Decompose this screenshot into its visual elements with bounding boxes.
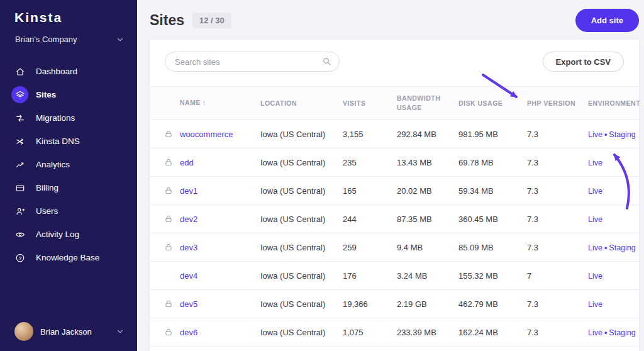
table-row[interactable]: dev1 Iowa (US Central) 165 20.02 MB 59.3… xyxy=(150,177,639,205)
sites-count-badge: 12 / 30 xyxy=(192,13,231,28)
env-live-link[interactable]: Live xyxy=(588,243,602,252)
env-live-link[interactable]: Live xyxy=(588,300,602,309)
page-title: Sites xyxy=(150,12,184,29)
env-staging-link[interactable]: Staging xyxy=(609,130,635,139)
table-row[interactable]: dev3 Iowa (US Central) 259 9.4 MB 85.09 … xyxy=(150,233,639,262)
table-row[interactable]: dev2 Iowa (US Central) 244 87.35 MB 360.… xyxy=(150,205,639,233)
table-row[interactable]: edd Iowa (US Central) 235 13.43 MB 69.78… xyxy=(150,148,639,177)
sidebar-item-knowledge-base[interactable]: ? Knowledge Base xyxy=(0,246,137,269)
php-version-cell: 7.3 xyxy=(527,299,588,309)
env-live-link[interactable]: Live xyxy=(588,187,602,196)
location-cell: Iowa (US Central) xyxy=(260,271,343,281)
sites-toolbar: Export to CSV xyxy=(150,40,639,86)
env-separator: • xyxy=(604,243,607,252)
visits-cell: 165 xyxy=(343,186,397,196)
table-row[interactable]: dev4 Iowa (US Central) 176 3.24 MB 155.3… xyxy=(150,262,639,290)
sidebar-item-label: Billing xyxy=(36,183,58,192)
col-php-version: PHP VERSION xyxy=(527,99,588,108)
visits-cell: 259 xyxy=(343,243,397,252)
env-live-link[interactable]: Live xyxy=(588,159,602,167)
disk-cell: 360.45 MB xyxy=(458,214,527,224)
dashboard-icon xyxy=(15,67,25,77)
sidebar-item-label: Knowledge Base xyxy=(36,253,99,262)
bandwidth-cell: 3.24 MB xyxy=(397,271,458,281)
disk-cell: 155.32 MB xyxy=(458,271,527,281)
site-name-link[interactable]: dev3 xyxy=(180,243,197,252)
sidebar-nav: Dashboard Sites Migrations Kinsta DNS An… xyxy=(0,60,137,269)
col-name[interactable]: NAME↑ xyxy=(180,98,260,108)
bandwidth-cell: 9.4 MB xyxy=(397,243,458,252)
sidebar-item-users[interactable]: Users xyxy=(0,199,137,223)
disk-cell: 981.95 MB xyxy=(458,130,527,139)
table-row[interactable]: woocommerce Iowa (US Central) 3,155 292.… xyxy=(150,120,639,148)
page-header: Sites 12 / 30 Add site xyxy=(137,0,644,35)
sidebar-item-label: Users xyxy=(36,206,58,216)
export-csv-button[interactable]: Export to CSV xyxy=(543,52,624,72)
bandwidth-cell: 292.84 MB xyxy=(397,130,458,139)
php-version-cell: 7.3 xyxy=(527,328,588,337)
sidebar-item-label: Dashboard xyxy=(36,67,77,76)
user-menu[interactable]: Brian Jackson xyxy=(0,313,137,351)
visits-cell: 3,155 xyxy=(343,130,397,139)
php-version-cell: 7.3 xyxy=(527,186,588,196)
sidebar-item-activity-log[interactable]: Activity Log xyxy=(0,223,137,246)
sidebar-item-billing[interactable]: Billing xyxy=(0,176,137,199)
sidebar-item-migrations[interactable]: Migrations xyxy=(0,106,137,130)
kinsta-logo: Kinsta xyxy=(0,0,137,25)
chevron-down-icon xyxy=(116,327,125,336)
bandwidth-cell: 87.35 MB xyxy=(397,214,458,224)
analytics-icon xyxy=(15,160,25,170)
sites-icon xyxy=(15,90,25,100)
table-row[interactable]: dev5 Iowa (US Central) 19,366 2.19 GB 46… xyxy=(150,290,639,318)
avatar xyxy=(14,322,33,341)
disk-cell: 162.24 MB xyxy=(458,328,527,337)
sidebar-item-dashboard[interactable]: Dashboard xyxy=(0,60,137,83)
lock-icon xyxy=(164,328,173,337)
php-version-cell: 7.3 xyxy=(527,130,588,139)
search-input[interactable] xyxy=(165,52,340,72)
add-site-button[interactable]: Add site xyxy=(575,9,639,32)
location-cell: Iowa (US Central) xyxy=(260,299,343,309)
site-name-link[interactable]: edd xyxy=(180,158,194,167)
env-live-link[interactable]: Live xyxy=(588,272,602,281)
sidebar-item-analytics[interactable]: Analytics xyxy=(0,153,137,176)
site-name-link[interactable]: dev4 xyxy=(180,271,197,281)
location-cell: Iowa (US Central) xyxy=(260,214,343,224)
sidebar-item-kinsta-dns[interactable]: Kinsta DNS xyxy=(0,130,137,153)
app: Kinsta Brian's Company Dashboard Sites M… xyxy=(0,0,644,351)
lock-icon xyxy=(164,243,173,252)
migrations-icon xyxy=(15,113,25,123)
visits-cell: 244 xyxy=(343,214,397,224)
user-name: Brian Jackson xyxy=(40,327,92,337)
site-name-link[interactable]: dev6 xyxy=(180,328,197,337)
disk-cell: 69.78 MB xyxy=(458,158,527,167)
php-version-cell: 7.3 xyxy=(527,158,588,167)
sidebar: Kinsta Brian's Company Dashboard Sites M… xyxy=(0,0,137,351)
visits-cell: 176 xyxy=(343,271,397,281)
bandwidth-cell: 233.39 MB xyxy=(397,328,458,337)
site-name-link[interactable]: dev1 xyxy=(180,186,197,196)
company-selector[interactable]: Brian's Company xyxy=(0,25,137,44)
col-disk: DISK USAGE xyxy=(458,99,527,108)
lock-icon xyxy=(164,130,173,138)
table-row[interactable]: dev6 Iowa (US Central) 1,075 233.39 MB 1… xyxy=(150,318,639,347)
sidebar-item-sites[interactable]: Sites xyxy=(0,83,137,106)
location-cell: Iowa (US Central) xyxy=(260,328,343,337)
site-name-link[interactable]: woocommerce xyxy=(180,130,233,139)
company-name: Brian's Company xyxy=(15,35,77,44)
site-name-link[interactable]: dev2 xyxy=(180,214,197,224)
sort-asc-icon: ↑ xyxy=(203,99,206,106)
site-name-link[interactable]: dev5 xyxy=(180,299,197,309)
env-staging-link[interactable]: Staging xyxy=(609,243,635,252)
env-live-link[interactable]: Live xyxy=(588,130,602,139)
env-live-link[interactable]: Live xyxy=(588,215,602,224)
svg-text:?: ? xyxy=(18,255,21,260)
location-cell: Iowa (US Central) xyxy=(260,158,343,167)
location-cell: Iowa (US Central) xyxy=(260,243,343,252)
search-icon xyxy=(322,57,331,66)
lock-icon xyxy=(164,158,173,167)
env-live-link[interactable]: Live xyxy=(588,328,602,337)
lock-icon xyxy=(164,299,173,308)
env-staging-link[interactable]: Staging xyxy=(609,328,635,337)
disk-cell: 59.34 MB xyxy=(458,186,527,196)
